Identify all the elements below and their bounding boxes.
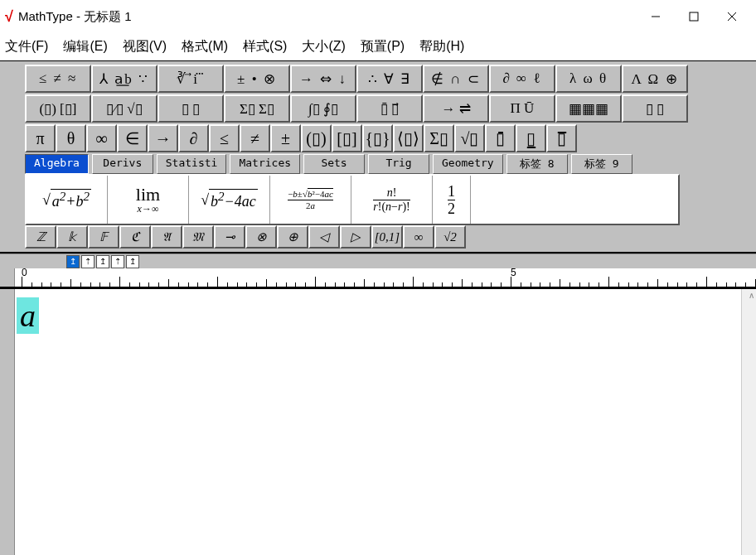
palette-r1-4[interactable]: → ⇔ ↓	[290, 65, 356, 93]
palette-r2-0[interactable]: (▯) [▯]	[25, 94, 91, 123]
menu-size[interactable]: 大小(Z)	[302, 38, 345, 56]
palette-r3-17[interactable]: ▯̅	[546, 124, 577, 152]
maximize-button[interactable]	[675, 3, 713, 30]
palette-r2-2[interactable]: ▯ ▯	[158, 94, 224, 123]
equation-editor[interactable]: a	[15, 289, 741, 555]
palette-r3-16[interactable]: ▯̲	[516, 124, 546, 152]
palette-r2-3[interactable]: Σ▯ Σ▯	[224, 94, 290, 123]
scroll-up-icon[interactable]: ∧	[749, 291, 754, 300]
palette-r1-8[interactable]: λ ω θ	[555, 65, 622, 93]
template-palette-row: (▯) [▯]▯⁄▯ √▯▯ ▯Σ▯ Σ▯∫▯ ∮▯▯̄ ▯⃗→ ⇌Π Ū▦▦▦…	[25, 94, 754, 123]
palette-r2-7[interactable]: Π Ū	[489, 94, 555, 123]
template-half[interactable]: 12	[433, 176, 471, 224]
tab-statisti[interactable]: Statisti	[157, 154, 227, 174]
menu-view[interactable]: 视图(V)	[123, 38, 167, 56]
palette-r3-13[interactable]: Σ▯	[424, 124, 454, 152]
minimize-button[interactable]	[637, 3, 675, 30]
palette-r2-6[interactable]: → ⇌	[423, 94, 489, 123]
menu-edit[interactable]: 编辑(E)	[63, 38, 107, 56]
palette-r3-10[interactable]: [▯]	[332, 124, 362, 152]
palette-r3-6[interactable]: ≤	[209, 124, 240, 152]
tab-algebra[interactable]: Algebra	[25, 154, 89, 174]
palette-r3-3[interactable]: ∈	[117, 124, 148, 152]
menu-help[interactable]: 帮助(H)	[419, 38, 464, 56]
template-combination[interactable]: n!r!(n−r)!	[351, 176, 433, 224]
bottom-cell-12[interactable]: ∞	[403, 225, 434, 249]
app-logo: √	[5, 8, 13, 26]
palette-r2-8[interactable]: ▦▦▦	[555, 94, 622, 123]
template-empty[interactable]	[471, 176, 678, 224]
bottom-cell-2[interactable]: 𝔽	[88, 225, 119, 249]
align-btn-4[interactable]: ⇡	[111, 255, 124, 268]
tab-geometry[interactable]: Geometry	[433, 154, 503, 174]
palette-r1-1[interactable]: ⅄ a͟b ∵	[91, 65, 158, 93]
menu-bar: 文件(F) 编辑(E) 视图(V) 格式(M) 样式(S) 大小(Z) 预置(P…	[0, 33, 756, 61]
editor-selection[interactable]: a	[17, 297, 39, 334]
palette-r2-4[interactable]: ∫▯ ∮▯	[290, 94, 356, 123]
alignment-bar: ↥ ⇡ ↥ ⇡ ↥	[0, 253, 756, 268]
palette-r3-11[interactable]: {▯}	[362, 124, 393, 152]
palette-r3-8[interactable]: ±	[270, 124, 301, 152]
bottom-cell-4[interactable]: 𝔄	[151, 225, 182, 249]
bottom-cell-5[interactable]: 𝔐	[182, 225, 214, 249]
align-btn-3[interactable]: ↥	[96, 255, 109, 268]
bottom-cell-10[interactable]: ▷	[340, 225, 371, 249]
align-btn-5[interactable]: ↥	[126, 255, 139, 268]
template-pythagoras[interactable]: √a2+b2	[27, 176, 108, 224]
bottom-cell-7[interactable]: ⊗	[245, 225, 277, 249]
palette-r3-5[interactable]: ∂	[178, 124, 209, 152]
palette-r1-9[interactable]: Λ Ω ⊕	[622, 65, 688, 93]
ruler[interactable]: 0 5	[15, 268, 756, 287]
tab-trig[interactable]: Trig	[368, 154, 429, 174]
palette-r1-3[interactable]: ± • ⊗	[224, 65, 290, 93]
palette-r2-9[interactable]: ▯ ▯	[622, 94, 688, 123]
svg-rect-1	[690, 12, 698, 21]
tab-标签 9[interactable]: 标签 9	[571, 154, 632, 174]
palette-r1-5[interactable]: ∴ ∀ ∃	[356, 65, 423, 93]
ruler-mark-5: 5	[511, 267, 516, 278]
ruler-area: 0 5	[0, 268, 756, 289]
menu-format[interactable]: 格式(M)	[182, 38, 228, 56]
palette-r3-1[interactable]: θ	[56, 124, 86, 152]
bottom-cell-9[interactable]: ◁	[308, 225, 340, 249]
align-btn-1[interactable]: ↥	[66, 255, 80, 268]
bottom-cell-3[interactable]: ℭ	[119, 225, 151, 249]
palette-r3-4[interactable]: →	[148, 124, 178, 152]
palette-r2-5[interactable]: ▯̄ ▯⃗	[356, 94, 423, 123]
menu-style[interactable]: 样式(S)	[243, 38, 287, 56]
bottom-cell-11[interactable]: [0,1]	[371, 225, 403, 249]
palette-r1-2[interactable]: ∛ ⃗i ⃛	[158, 65, 224, 93]
bottom-cell-1[interactable]: 𝕜	[56, 225, 88, 249]
palette-r2-1[interactable]: ▯⁄▯ √▯	[91, 94, 158, 123]
vertical-scrollbar[interactable]: ∧	[741, 289, 756, 555]
palette-r1-7[interactable]: ∂ ∞ ℓ	[489, 65, 555, 93]
palette-r3-2[interactable]: ∞	[86, 124, 117, 152]
palette-r1-0[interactable]: ≤ ≠ ≈	[25, 65, 91, 93]
palette-r3-12[interactable]: ⟨▯⟩	[393, 124, 424, 152]
menu-file[interactable]: 文件(F)	[5, 38, 48, 56]
window-buttons	[637, 3, 751, 30]
template-quadratic[interactable]: −b±√b²−4ac2a	[270, 176, 351, 224]
palette-r3-0[interactable]: π	[25, 124, 56, 152]
tab-标签 8[interactable]: 标签 8	[506, 154, 568, 174]
bottom-cell-13[interactable]: √2	[434, 225, 466, 249]
category-tabs: AlgebraDerivsStatistiMatricesSetsTrigGeo…	[25, 154, 754, 174]
align-btn-2[interactable]: ⇡	[81, 255, 94, 268]
palette-r1-6[interactable]: ∉ ∩ ⊂	[423, 65, 489, 93]
palette-r3-7[interactable]: ≠	[240, 124, 270, 152]
bottom-cell-8[interactable]: ⊕	[277, 225, 308, 249]
palette-r3-14[interactable]: √▯	[454, 124, 485, 152]
close-button[interactable]	[713, 3, 751, 30]
template-discriminant[interactable]: √b2−4ac	[189, 176, 270, 224]
tab-sets[interactable]: Sets	[303, 154, 365, 174]
bottom-cell-6[interactable]: ⊸	[214, 225, 245, 249]
bottom-cell-0[interactable]: ℤ	[25, 225, 56, 249]
palette-r3-9[interactable]: (▯)	[301, 124, 332, 152]
tab-derivs[interactable]: Derivs	[92, 154, 153, 174]
window-title: MathType - 无标题 1	[18, 9, 637, 25]
template-limit[interactable]: limx→∞	[108, 176, 189, 224]
menu-preset[interactable]: 预置(P)	[361, 38, 405, 56]
tab-matrices[interactable]: Matrices	[230, 154, 300, 174]
palette-r3-15[interactable]: ▯̄	[485, 124, 516, 152]
symbol-bar-bottom: ℤ𝕜𝔽ℭ𝔄𝔐⊸⊗⊕◁▷[0,1]∞√2	[25, 225, 754, 249]
